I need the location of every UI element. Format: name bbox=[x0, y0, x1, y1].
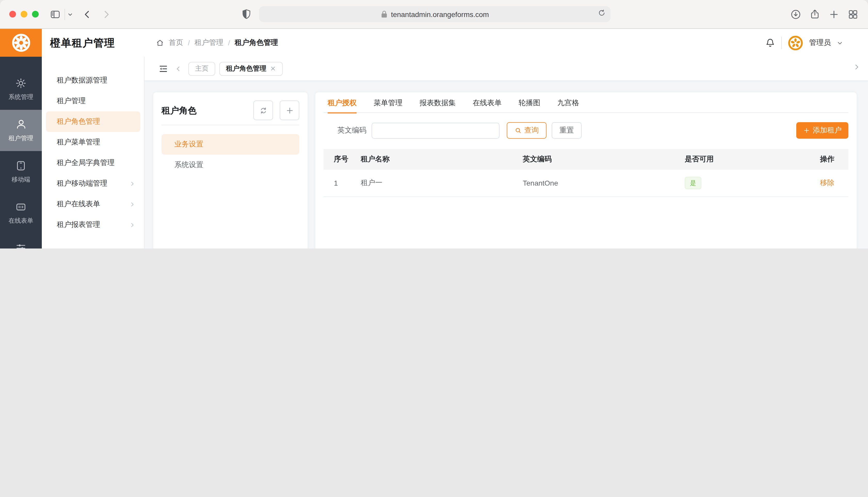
sidebar-item-mobile[interactable]: 移动端 bbox=[0, 151, 42, 192]
grant-tabs: 租户授权 菜单管理 报表数据集 在线表单 轮播图 九宫格 bbox=[323, 92, 849, 113]
sidebar-item-tenant[interactable]: 租户管理 bbox=[0, 110, 42, 151]
gear-icon bbox=[15, 77, 27, 89]
tab-home[interactable]: 主页 bbox=[188, 61, 215, 75]
tab-report-dataset[interactable]: 报表数据集 bbox=[419, 92, 456, 113]
browser-window: tenantadmin.orangeforms.com bbox=[0, 0, 868, 248]
sidebar-item-online-form[interactable]: 在线表单 bbox=[0, 192, 42, 233]
sidebar-item-system[interactable]: 系统管理 bbox=[0, 69, 42, 110]
tablet-icon bbox=[15, 159, 27, 171]
privacy-shield-icon[interactable] bbox=[240, 8, 252, 20]
address-bar[interactable]: tenantadmin.orangeforms.com bbox=[259, 6, 610, 22]
card-divider bbox=[162, 125, 299, 125]
menu-item-datasource[interactable]: 租户数据源管理 bbox=[42, 70, 144, 91]
breadcrumb-tenant[interactable]: 租户管理 bbox=[195, 38, 223, 47]
share-button[interactable] bbox=[809, 9, 821, 20]
refresh-icon bbox=[259, 106, 267, 115]
user-menu-chevron-icon[interactable] bbox=[837, 40, 843, 46]
menu-fold-icon[interactable] bbox=[159, 64, 168, 73]
back-button[interactable] bbox=[82, 9, 93, 20]
plus-icon bbox=[803, 127, 810, 134]
menu-item-tenant[interactable]: 租户管理 bbox=[42, 91, 144, 111]
menu-item-dict[interactable]: 租户全局字典管理 bbox=[42, 153, 144, 173]
downloads-button[interactable] bbox=[790, 9, 801, 20]
col-name: 租户名称 bbox=[361, 155, 523, 164]
code-search-input[interactable] bbox=[372, 123, 499, 139]
tab-menu-manage[interactable]: 菜单管理 bbox=[374, 92, 402, 113]
add-tenant-button[interactable]: 添加租户 bbox=[796, 122, 849, 139]
tab-tenant-grant[interactable]: 租户授权 bbox=[328, 92, 357, 113]
content-area: 租户角色 bbox=[144, 81, 868, 248]
breadcrumb-home[interactable]: 首页 bbox=[169, 38, 183, 47]
chevron-down-icon[interactable] bbox=[67, 11, 74, 18]
menu-item-tenant-menu[interactable]: 租户菜单管理 bbox=[42, 132, 144, 153]
close-window-button[interactable] bbox=[9, 11, 16, 17]
col-index: 序号 bbox=[323, 155, 361, 164]
sliders-icon bbox=[15, 242, 27, 248]
breadcrumb: 首页 / 租户管理 / 租户角色管理 bbox=[156, 29, 278, 57]
secondary-sidebar: 租户数据源管理 租户管理 租户角色管理 租户菜单管理 租户全局字典管理 租户移动… bbox=[42, 57, 144, 248]
primary-sidebar: 系统管理 租户管理 移动端 在线表单 bbox=[0, 57, 42, 248]
app-header: 橙单租户管理 首页 / 租户管理 / 租户角色管理 bbox=[0, 29, 868, 57]
sidebar-toggle-icon[interactable] bbox=[50, 9, 61, 20]
orange-slice-icon bbox=[11, 32, 31, 53]
search-icon bbox=[514, 127, 522, 134]
menu-item-tenant-online-form[interactable]: 租户在线表单 bbox=[42, 194, 144, 214]
app-logo bbox=[0, 29, 42, 57]
role-list: 业务设置 系统设置 bbox=[162, 134, 299, 175]
cell-name: 租户一 bbox=[361, 179, 523, 188]
header-divider bbox=[781, 37, 782, 49]
role-item-system[interactable]: 系统设置 bbox=[162, 155, 299, 175]
main-area: 主页 租户角色管理 租户角色 bbox=[144, 57, 868, 248]
reload-icon[interactable] bbox=[597, 9, 606, 17]
col-enabled: 是否可用 bbox=[685, 155, 791, 164]
sidebar-item-workflow[interactable]: 流程管理 bbox=[0, 233, 42, 248]
forward-button[interactable] bbox=[101, 9, 112, 20]
status-badge: 是 bbox=[685, 177, 701, 189]
table-row: 1 租户一 TenantOne 是 移除 bbox=[323, 170, 849, 197]
page-title: 橙单租户管理 bbox=[50, 29, 115, 57]
search-toolbar: 英文编码 查询 重置 添加租户 bbox=[323, 122, 849, 139]
home-icon bbox=[156, 39, 164, 47]
scroll-tabs-left-icon[interactable] bbox=[175, 65, 182, 72]
menu-item-tenant-report[interactable]: 租户报表管理 bbox=[42, 214, 144, 235]
menu-item-tenant-role[interactable]: 租户角色管理 bbox=[46, 111, 140, 132]
lock-icon bbox=[381, 10, 387, 18]
role-item-business[interactable]: 业务设置 bbox=[162, 134, 299, 155]
chevron-right-icon bbox=[129, 201, 136, 208]
cell-index: 1 bbox=[323, 179, 361, 187]
breadcrumb-current: 租户角色管理 bbox=[235, 38, 278, 47]
new-tab-button[interactable] bbox=[828, 9, 840, 20]
remove-link[interactable]: 移除 bbox=[820, 179, 835, 187]
menu-item-tenant-mobile[interactable]: 租户移动端管理 bbox=[42, 173, 144, 194]
close-tab-icon[interactable] bbox=[270, 66, 276, 72]
col-action: 操作 bbox=[791, 155, 849, 164]
tab-carousel[interactable]: 轮播图 bbox=[519, 92, 540, 113]
tab-online-form[interactable]: 在线表单 bbox=[473, 92, 501, 113]
search-field-label: 英文编码 bbox=[337, 126, 367, 135]
minimize-window-button[interactable] bbox=[20, 11, 27, 17]
traffic-lights[interactable] bbox=[9, 11, 39, 17]
tenant-table: 序号 租户名称 英文编码 是否可用 操作 1 租户一 TenantOne 是 移… bbox=[323, 149, 849, 197]
tenant-role-card: 租户角色 bbox=[153, 92, 307, 248]
tab-overview-button[interactable] bbox=[848, 9, 859, 20]
avatar[interactable] bbox=[787, 35, 803, 51]
tab-grid-nine[interactable]: 九宫格 bbox=[557, 92, 579, 113]
table-header-row: 序号 租户名称 英文编码 是否可用 操作 bbox=[323, 149, 849, 170]
scroll-tabs-right-icon[interactable] bbox=[853, 63, 861, 71]
col-code: 英文编码 bbox=[523, 155, 685, 164]
cell-code: TenantOne bbox=[523, 179, 685, 187]
user-name[interactable]: 管理员 bbox=[809, 38, 831, 47]
reset-button[interactable]: 重置 bbox=[552, 122, 582, 139]
query-button[interactable]: 查询 bbox=[507, 122, 547, 139]
tab-strip: 主页 租户角色管理 bbox=[144, 57, 868, 81]
form-icon bbox=[15, 201, 27, 213]
tab-tenant-role[interactable]: 租户角色管理 bbox=[219, 61, 283, 75]
add-role-button[interactable] bbox=[280, 101, 299, 120]
plus-icon bbox=[285, 106, 294, 115]
chevron-right-icon bbox=[129, 180, 136, 187]
notification-bell-icon[interactable] bbox=[765, 38, 776, 48]
toolbar-divider bbox=[65, 9, 65, 20]
refresh-button[interactable] bbox=[253, 101, 273, 120]
zoom-window-button[interactable] bbox=[32, 11, 39, 17]
role-card-title: 租户角色 bbox=[162, 101, 197, 116]
